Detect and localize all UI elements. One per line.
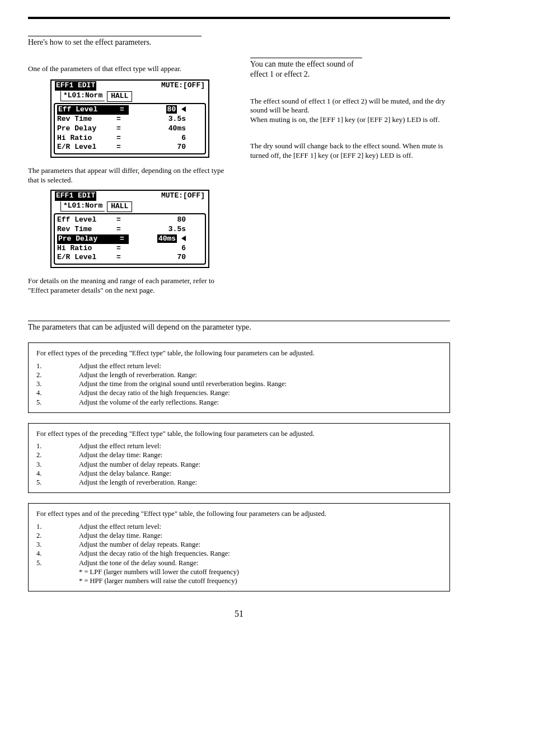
caption-differ: The parameters that appear will differ, …	[28, 166, 228, 185]
caption-details: For details on the meaning and range of …	[28, 276, 228, 295]
box2-item-1: Adjust the delay time: Range:	[79, 450, 162, 459]
box1-item-0: Adjust the effect return level:	[79, 361, 161, 370]
param-box-3: For effect types and of the preceding "E…	[28, 503, 450, 591]
lcd1-r0-arrow	[181, 106, 186, 112]
box2-item-3: Adjust the delay balance. Range:	[79, 469, 171, 478]
lcd2-title-left: EFF1 EDIT	[55, 191, 96, 201]
list-item: 1.Adjust the effect return level:	[36, 522, 442, 531]
lcd1-r3-k: Hi Ratio	[57, 134, 113, 143]
lcd2-r4-eq: =	[113, 253, 124, 262]
lcd1-r2-v: 40ms	[124, 124, 203, 134]
vf16-logo: VF-16	[466, 0, 478, 2]
list-item: 1.Adjust the effect return level:	[36, 442, 442, 450]
list-item: 4.Adjust the decay ratio of the high fre…	[36, 388, 442, 397]
lcd1-r3-eq: =	[113, 134, 124, 143]
lcd1-r0-v: 80	[166, 105, 177, 114]
list-item: 1.Adjust the effect return level:	[36, 361, 442, 370]
mute-title: You can mute the effect sound of effect …	[250, 58, 362, 79]
list-item: 5.Adjust the volume of the early reflect…	[36, 398, 442, 407]
lcd1-body: Eff Level=80 Rev Time=3.5s Pre Delay=40m…	[54, 103, 206, 154]
lcd2-r2-arrow	[181, 236, 186, 241]
box2-heading: For effect types of the preceding "Effec…	[36, 429, 442, 438]
step-after-type: One of the parameters of that effect typ…	[28, 64, 228, 74]
page-number: 51	[28, 608, 450, 620]
lcd1-r4-eq: =	[113, 143, 124, 152]
mute-para-2: The dry sound will change back to the ef…	[250, 142, 450, 161]
lcd-display-2: EFF1 EDIT MUTE:[OFF] *L01:Norm HALL Eff …	[50, 190, 209, 268]
lcd1-r0-k: Eff Level	[57, 105, 115, 115]
box2-item-2: Adjust the number of delay repeats. Rang…	[79, 460, 200, 469]
list-item: 4.Adjust the decay ratio of the high fre…	[36, 549, 442, 558]
lcd2-r3-v: 6	[124, 244, 203, 253]
lcd2-tab: *L01:Norm	[60, 201, 105, 212]
adjust-title: The parameters that can be adjusted will…	[28, 321, 450, 332]
lcd1-r3-v: 6	[124, 134, 203, 143]
param-box-1: For effect types of the preceding "Effec…	[28, 342, 450, 413]
box3-item-1: Adjust the delay time. Range:	[79, 531, 162, 540]
lcd1-r0-eq: =	[115, 105, 129, 115]
list-item: 4.Adjust the delay balance. Range:	[36, 469, 442, 478]
header-rule	[28, 17, 450, 19]
mute-para-1: The effect sound of effect 1 (or effect …	[250, 97, 450, 125]
lcd2-body: Eff Level=80 Rev Time=3.5s Pre Delay=40m…	[54, 213, 206, 265]
lcd1-r1-v: 3.5s	[124, 115, 203, 124]
lcd2-r0-eq: =	[113, 215, 124, 225]
box3-heading: For effect types and of the preceding "E…	[36, 509, 442, 518]
list-item: 5.Adjust the length of reverberation. Ra…	[36, 478, 442, 487]
lcd2-r1-v: 3.5s	[124, 225, 203, 234]
set-params-title: Here's how to set the effect parameters.	[28, 36, 202, 48]
lcd2-title-right: MUTE:[OFF]	[161, 191, 205, 201]
lcd1-tab: *L01:Norm	[60, 91, 105, 101]
lcd1-r4-k: E/R Level	[57, 143, 113, 152]
lcd1-r1-eq: =	[113, 115, 124, 124]
lcd2-r4-v: 70	[124, 253, 203, 262]
header-logo: VF-16 FOSTEX	[466, 0, 478, 2]
lcd2-r1-eq: =	[113, 225, 124, 234]
lcd1-r2-k: Pre Delay	[57, 124, 113, 134]
lcd1-box: HALL	[107, 91, 132, 102]
lcd2-r1-k: Rev Time	[57, 225, 113, 234]
list-item: 3.Adjust the number of delay repeats. Ra…	[36, 540, 442, 549]
lcd2-r2-k: Pre Delay	[57, 234, 115, 244]
lcd-display-1: EFF1 EDIT MUTE:[OFF] *L01:Norm HALL Eff …	[50, 79, 209, 158]
list-item: 2.Adjust the delay time: Range:	[36, 450, 442, 459]
box3-item-0: Adjust the effect return level:	[79, 522, 161, 531]
box1-item-3: Adjust the decay ratio of the high frequ…	[79, 388, 230, 397]
box3-note-1: * = HPF (larger numbers will raise the c…	[79, 576, 237, 585]
lcd2-r3-eq: =	[113, 244, 124, 253]
box1-item-4: Adjust the volume of the early reflectio…	[79, 398, 219, 407]
list-item: 3.Adjust the number of delay repeats. Ra…	[36, 460, 442, 469]
lcd2-box: HALL	[107, 201, 132, 212]
list-item: 5.Adjust the tone of the delay sound. Ra…	[36, 558, 442, 567]
lcd2-r4-k: E/R Level	[57, 253, 113, 262]
box1-heading: For effect types of the preceding "Effec…	[36, 349, 442, 358]
lcd1-title-left: EFF1 EDIT	[55, 81, 96, 91]
list-item: * = HPF (larger numbers will raise the c…	[36, 576, 442, 585]
lcd2-r3-k: Hi Ratio	[57, 244, 113, 253]
box3-item-4: Adjust the tone of the delay sound. Rang…	[79, 558, 198, 567]
lcd2-r2-eq: =	[115, 234, 129, 244]
param-box-2: For effect types of the preceding "Effec…	[28, 423, 450, 494]
lcd1-title-right: MUTE:[OFF]	[161, 81, 205, 91]
lcd2-r0-v: 80	[124, 215, 203, 225]
box2-item-4: Adjust the length of reverberation. Rang…	[79, 478, 197, 487]
list-item: 3.Adjust the time from the original soun…	[36, 379, 442, 388]
lcd2-r0-k: Eff Level	[57, 215, 113, 225]
box1-item-2: Adjust the time from the original sound …	[79, 379, 287, 388]
box3-item-3: Adjust the decay ratio of the high frequ…	[79, 549, 230, 558]
box2-item-0: Adjust the effect return level:	[79, 442, 161, 450]
list-item: 2.Adjust the length of reverberation. Ra…	[36, 370, 442, 379]
list-item: * = LPF (larger numbers will lower the c…	[36, 567, 442, 576]
lcd1-r1-k: Rev Time	[57, 115, 113, 124]
box3-item-2: Adjust the number of delay repeats. Rang…	[79, 540, 200, 549]
list-item: 2.Adjust the delay time. Range:	[36, 531, 442, 540]
lcd2-r2-v: 40ms	[157, 234, 177, 243]
lcd1-r2-eq: =	[113, 124, 124, 134]
box1-item-1: Adjust the length of reverberation. Rang…	[79, 370, 197, 379]
lcd1-r4-v: 70	[124, 143, 203, 152]
box3-note-0: * = LPF (larger numbers will lower the c…	[79, 567, 239, 576]
